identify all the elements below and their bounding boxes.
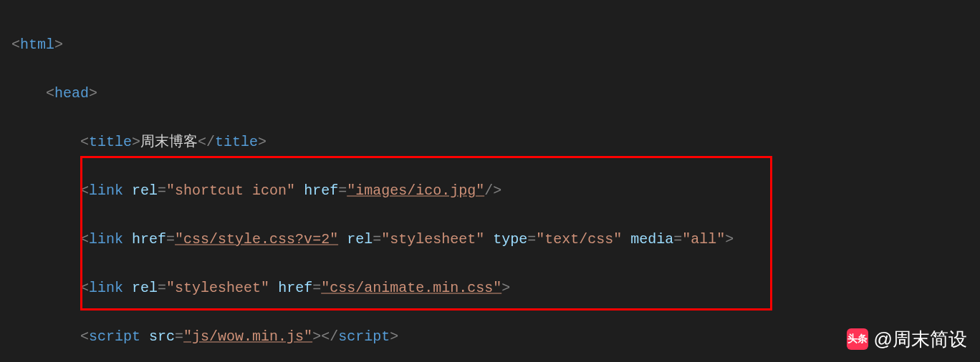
bracket: > (54, 36, 63, 53)
bracket: </ (198, 134, 215, 150)
toutiao-icon: 头条 (847, 328, 868, 350)
attr-media: media (630, 231, 673, 248)
icon-text: 头条 (847, 331, 868, 348)
code-line: <html> (11, 33, 980, 57)
bracket: < (11, 36, 20, 53)
code-editor[interactable]: <html> <head> <title>周末博客</title> <link … (0, 0, 980, 362)
bracket: > (89, 85, 97, 102)
bracket: > (390, 328, 398, 345)
attr-src: src (149, 328, 175, 345)
tag-link: link (89, 182, 123, 199)
attr-href: href (304, 182, 338, 199)
code-line: <link rel="stylesheet" href="css/animate… (11, 276, 980, 300)
attr-rel: rel (132, 280, 158, 296)
code-line: <link rel="shortcut icon" href="images/i… (11, 179, 980, 203)
bracket: > (132, 134, 140, 150)
tag-title-close: title (215, 134, 258, 150)
code-line: <script src="js/wow.min.js"></script> (11, 325, 980, 349)
val-shortcut-icon: "shortcut icon" (166, 182, 295, 199)
indent (11, 134, 80, 150)
attr-href: href (132, 231, 166, 248)
bracket: < (80, 182, 89, 199)
tag-link: link (89, 280, 123, 296)
tag-script: script (89, 328, 140, 345)
val-text-css: "text/css" (536, 231, 622, 248)
code-line: <title>周末博客</title> (11, 130, 980, 155)
self-close: /> (484, 182, 501, 199)
title-text: 周末博客 (140, 134, 198, 150)
val-wow-js: "js/wow.min.js" (183, 328, 312, 345)
watermark: 头条 @周末简设 (847, 323, 967, 355)
equals: = (158, 182, 166, 199)
attr-href: href (278, 280, 312, 296)
attr-type: type (493, 231, 527, 248)
val-ico-jpg: "images/ico.jpg" (347, 182, 484, 199)
indent (11, 280, 80, 296)
bracket: > (725, 231, 734, 248)
tag-head: head (54, 85, 89, 102)
indent (11, 231, 80, 248)
tag-link: link (89, 231, 123, 248)
bracket: < (80, 134, 89, 150)
indent (11, 182, 80, 199)
code-line: <link href="css/style.css?v=2" rel="styl… (11, 228, 980, 252)
watermark-text: @周末简设 (874, 323, 967, 355)
bracket: > (501, 280, 510, 296)
attr-rel: rel (132, 182, 158, 199)
tag-html: html (20, 36, 54, 53)
indent (11, 328, 80, 345)
bracket: < (80, 231, 89, 248)
tag-script-close: script (338, 328, 390, 345)
bracket: < (46, 85, 54, 102)
code-line: <head> (11, 82, 980, 106)
val-style-css: "css/style.css?v=2" (175, 231, 338, 248)
bracket: > (312, 328, 321, 345)
bracket: </ (321, 328, 338, 345)
val-animate-css: "css/animate.min.css" (321, 280, 501, 296)
tag-title: title (89, 134, 132, 150)
val-stylesheet: "stylesheet" (381, 231, 484, 248)
val-all: "all" (682, 231, 725, 248)
bracket: < (80, 280, 89, 296)
val-stylesheet: "stylesheet" (166, 280, 269, 296)
attr-rel: rel (347, 231, 373, 248)
bracket: < (80, 328, 89, 345)
bracket: > (258, 134, 266, 150)
indent (11, 85, 46, 102)
